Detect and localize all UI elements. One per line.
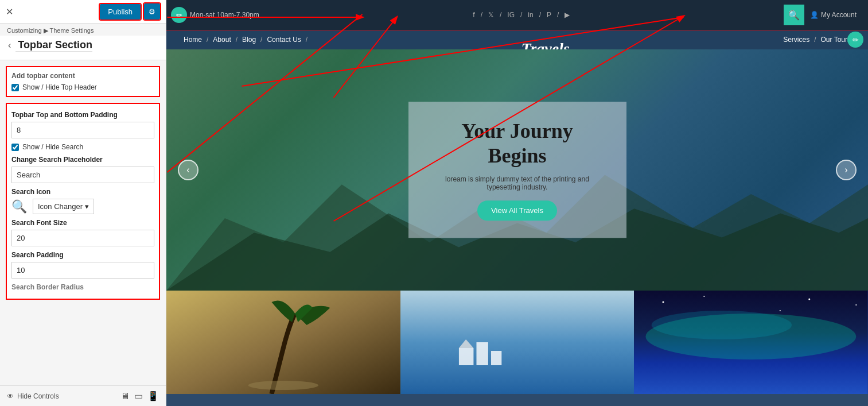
chevron-down-icon: ▾ (85, 202, 89, 211)
aurora-svg (634, 291, 868, 394)
breadcrumb: Customizing ▶ Theme Settings (0, 24, 166, 36)
ocean-svg (400, 291, 635, 394)
svg-point-16 (780, 310, 781, 311)
youtube-icon: ▶ (565, 11, 570, 19)
nav-right-links: Services / Our Tours (783, 36, 851, 44)
show-hide-search-checkbox[interactable] (11, 144, 19, 151)
show-hide-header-checkbox[interactable] (11, 84, 19, 91)
nav-home[interactable]: Home (184, 36, 202, 44)
hero-cta-button[interactable]: View All Travels (477, 201, 557, 221)
search-icon-preview: 🔍 (11, 199, 27, 214)
nav-contact[interactable]: Contact Us (267, 36, 301, 44)
svg-point-3 (248, 381, 318, 390)
breadcrumb-customizing[interactable]: Customizing (7, 27, 42, 34)
bottom-card-aurora (634, 291, 868, 394)
icon-row: 🔍 Icon Changer ▾ (11, 199, 154, 214)
nav-our-tours[interactable]: Our Tours (821, 36, 851, 44)
svg-point-14 (809, 299, 811, 300)
svg-rect-7 (491, 351, 501, 365)
topbar-right: 🔍 👤 My Account (784, 5, 857, 25)
sep2: / (500, 11, 501, 19)
search-border-radius-label: Search Border Radius (11, 283, 154, 291)
hero-prev-button[interactable]: ‹ (178, 160, 198, 180)
search-font-size-input[interactable]: 20 (11, 230, 154, 246)
svg-rect-5 (459, 348, 473, 365)
search-icon-label: Search Icon (11, 188, 154, 196)
close-button[interactable]: ✕ (6, 6, 13, 17)
svg-point-12 (663, 301, 664, 303)
settings-box: Topbar Top and Bottom Padding Show / Hid… (6, 103, 160, 300)
sidebar-top-row: ✕ Publish ⚙ (0, 0, 166, 24)
breadcrumb-separator: ▶ (44, 27, 50, 34)
search-padding-input[interactable]: 10 (11, 262, 154, 279)
svg-rect-6 (476, 342, 488, 365)
icon-changer-dropdown[interactable]: Icon Changer ▾ (33, 199, 94, 214)
section-title: Topbar Section (15, 39, 92, 52)
eye-icon: 👁 (7, 392, 14, 400)
sep3: / (520, 11, 522, 19)
hero-next-button[interactable]: › (836, 160, 857, 180)
nav-about[interactable]: About (213, 36, 231, 44)
instagram-icon: IG (507, 11, 515, 19)
mobile-button[interactable]: 📱 (147, 390, 159, 401)
desktop-button[interactable]: 🖥 (120, 390, 130, 401)
fb-icon: f (473, 11, 474, 19)
sep4: / (539, 11, 541, 19)
breadcrumb-theme[interactable]: Theme Settings (49, 27, 94, 34)
svg-point-13 (704, 296, 705, 297)
hide-controls-label: Hide Controls (17, 392, 59, 400)
add-topbar-label: Add topbar content (11, 72, 154, 80)
nav-blog[interactable]: Blog (242, 36, 256, 44)
search-placeholder-input[interactable]: Search (11, 167, 154, 183)
sidebar-footer: 👁 Hide Controls 🖥 ▭ 📱 (0, 385, 166, 406)
publish-button[interactable]: Publish (100, 4, 141, 20)
svg-point-11 (652, 311, 792, 339)
search-font-size-label: Search Font Size (11, 219, 154, 227)
hero-section: Your JournyBegins loream is simply dummy… (166, 49, 868, 291)
show-hide-search-label: Show / Hide Search (22, 143, 83, 151)
nav-left-links: Home / About / Blog / Contact Us / (184, 36, 308, 44)
tropical-svg (166, 291, 400, 394)
show-hide-search-row: Show / Hide Search (11, 143, 154, 151)
account-label: My Account (821, 11, 857, 19)
my-account: 👤 My Account (810, 11, 857, 19)
sep5: / (557, 11, 559, 19)
account-icon: 👤 (810, 11, 819, 19)
gear-button[interactable]: ⚙ (144, 3, 160, 20)
svg-point-15 (856, 304, 857, 306)
bottom-cards (166, 291, 868, 394)
back-button[interactable]: ‹ (3, 36, 15, 55)
topbar-search-button[interactable]: 🔍 (784, 5, 804, 25)
padding-label: Topbar Top and Bottom Padding (11, 111, 154, 119)
topbar-social: f / 𝕏 / IG / in / P / ▶ (472, 11, 571, 19)
show-hide-header-row: Show / Hide Top Header (11, 83, 154, 91)
add-topbar-box: Add topbar content Show / Hide Top Heade… (6, 66, 160, 97)
svg-rect-4 (400, 291, 635, 394)
publish-area: Publish ⚙ (100, 3, 160, 20)
search-placeholder-label: Change Search Placeholder (11, 156, 154, 164)
topbar-edit-pencil[interactable]: ✏ (171, 7, 187, 23)
twitter-icon: 𝕏 (488, 11, 494, 19)
hero-subtitle: loream is simply dummy text of the print… (431, 176, 604, 192)
icon-changer-label: Icon Changer (38, 202, 83, 211)
section-title-row: ‹ Topbar Section (0, 36, 166, 60)
device-icons: 🖥 ▭ 📱 (120, 390, 159, 401)
topbar: 🕐 Mon-sat 10am-7.30pm f / 𝕏 / IG / in / … (166, 0, 868, 30)
show-hide-header-label: Show / Hide Top Header (22, 83, 97, 91)
padding-input[interactable] (11, 122, 154, 138)
tablet-button[interactable]: ▭ (134, 390, 143, 401)
sidebar: ✕ Publish ⚙ Customizing ▶ Theme Settings… (0, 0, 166, 406)
topbar-left: 🕐 Mon-sat 10am-7.30pm (178, 11, 259, 19)
hide-controls-button[interactable]: 👁 Hide Controls (7, 392, 59, 400)
linkedin-icon: in (528, 11, 533, 19)
nav-services[interactable]: Services (783, 36, 809, 44)
navbar: Home / About / Blog / Contact Us / Trave… (166, 30, 868, 49)
sep1: / (481, 11, 482, 19)
sidebar-content: Add topbar content Show / Hide Top Heade… (0, 60, 166, 385)
navbar-edit-pencil[interactable]: ✏ (847, 32, 863, 48)
hero-title: Your JournyBegins (431, 119, 604, 168)
topbar-hours: Mon-sat 10am-7.30pm (190, 11, 259, 19)
bottom-card-tropical (166, 291, 400, 394)
bottom-card-ocean (400, 291, 635, 394)
hero-card: Your JournyBegins loream is simply dummy… (408, 102, 626, 238)
